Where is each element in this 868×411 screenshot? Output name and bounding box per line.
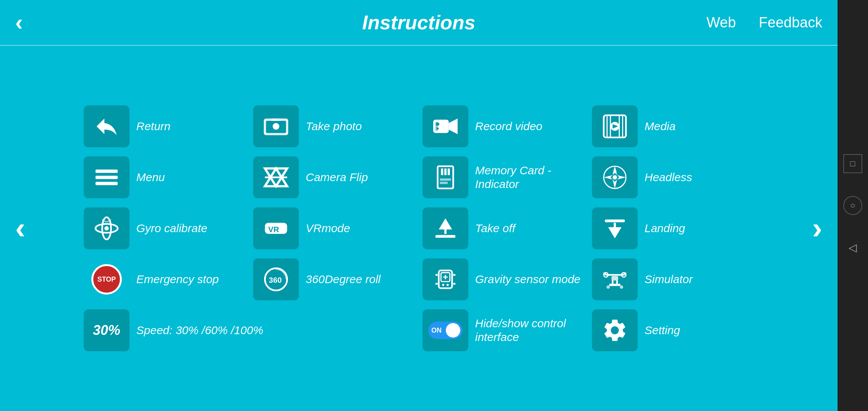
android-nav-buttons: □ ○ ◁ (838, 0, 868, 411)
list-item: Record video (423, 105, 584, 147)
svg-marker-29 (613, 180, 617, 188)
list-item: VR VRmode (253, 207, 415, 249)
svg-rect-22 (444, 169, 447, 175)
screen: ‹ Instructions Web Feedback ‹ Return (0, 0, 838, 411)
square-button[interactable]: □ (843, 154, 862, 173)
simulator-icon (602, 266, 628, 293)
media-icon-box (592, 105, 638, 147)
vr-label: VRmode (306, 221, 350, 235)
svg-point-50 (442, 284, 444, 286)
svg-rect-14 (96, 170, 118, 173)
takeoff-icon (432, 215, 459, 242)
svg-point-32 (613, 175, 617, 180)
menu-icon-box (84, 156, 129, 198)
svg-point-66 (620, 285, 623, 289)
gravity-icon (432, 266, 459, 293)
memory-card-icon (432, 164, 459, 191)
svg-point-2 (273, 123, 279, 130)
record-video-icon (432, 113, 459, 140)
list-item: Take off (423, 207, 584, 249)
list-item: Take photo (253, 105, 415, 147)
svg-rect-8 (436, 122, 438, 131)
list-item: Simulator (592, 258, 754, 300)
list-item: Gravity sensor mode (423, 258, 584, 300)
svg-rect-10 (607, 115, 611, 137)
vr-icon-box: VR (253, 207, 299, 249)
simulator-label: Simulator (645, 272, 693, 286)
360-icon-box: 360 (253, 258, 299, 300)
return-icon (93, 113, 120, 140)
camera-flip-icon (263, 164, 289, 191)
list-item: Memory Card - Indicator (423, 156, 584, 198)
headless-icon-box (592, 156, 638, 198)
toggle-knob (446, 323, 460, 338)
home-button[interactable]: ○ (843, 196, 862, 215)
return-label: Return (136, 119, 171, 133)
back-system-button[interactable]: ◁ (843, 238, 862, 257)
list-item: Camera Flip (253, 156, 415, 198)
camera-flip-icon-box (253, 156, 299, 198)
record-video-label: Record video (475, 119, 542, 133)
svg-marker-30 (604, 175, 613, 180)
stop-circle: STOP (91, 264, 122, 295)
prev-button[interactable]: ‹ (15, 211, 26, 246)
svg-rect-40 (436, 235, 456, 238)
vr-icon: VR (263, 215, 289, 242)
list-item: Media (592, 105, 754, 147)
svg-rect-42 (614, 223, 616, 227)
media-icon (602, 113, 628, 140)
back-button[interactable]: ‹ (15, 11, 23, 34)
list-item: 30% Speed: 30% /60% /100% (84, 309, 415, 351)
landing-label: Landing (645, 221, 685, 235)
360-label: 360Degree roll (306, 272, 381, 286)
stop-text: STOP (97, 276, 116, 284)
svg-point-35 (104, 226, 109, 231)
svg-rect-23 (448, 169, 450, 175)
setting-icon-box (592, 309, 638, 351)
speed-label: Speed: 30% /60% /100% (136, 323, 263, 337)
take-photo-label: Take photo (306, 119, 362, 133)
svg-rect-16 (96, 182, 118, 185)
page-title: Instructions (362, 11, 475, 34)
takeoff-label: Take off (475, 221, 515, 235)
svg-point-65 (606, 285, 610, 289)
list-item: STOP Emergency stop (84, 258, 246, 300)
svg-marker-5 (449, 119, 458, 134)
speed-percent: 30% (93, 322, 120, 338)
headless-icon (602, 164, 628, 191)
take-photo-icon-box (253, 105, 299, 147)
gyro-label: Gyro calibrate (136, 221, 207, 235)
gyro-icon (93, 215, 120, 242)
svg-rect-61 (611, 276, 618, 280)
list-item: Landing (592, 207, 754, 249)
menu-label: Menu (136, 170, 165, 184)
hide-show-label: Hide/show control interface (475, 317, 584, 344)
speed-icon-box: 30% (84, 309, 129, 351)
menu-icon (93, 164, 120, 191)
next-button[interactable]: › (812, 211, 822, 246)
landing-icon (602, 215, 628, 242)
svg-rect-21 (441, 169, 443, 175)
list-item: Gyro calibrate (84, 207, 246, 249)
main-content: ‹ Return Take photo (0, 46, 838, 411)
toggle-switch[interactable]: ON (428, 322, 463, 339)
svg-point-51 (447, 284, 449, 286)
list-item: Menu (84, 156, 246, 198)
toggle-on-text: ON (431, 327, 442, 335)
list-item: Setting (592, 309, 754, 351)
svg-rect-25 (440, 182, 447, 184)
gravity-icon-box (423, 258, 468, 300)
360-icon: 360 (263, 266, 289, 293)
web-link[interactable]: Web (707, 14, 736, 31)
list-item: 360 360Degree roll (253, 258, 415, 300)
list-item: Return (84, 105, 246, 147)
svg-rect-3 (271, 119, 280, 121)
device-frame: ‹ Instructions Web Feedback ‹ Return (0, 0, 868, 411)
svg-rect-24 (440, 178, 451, 181)
headless-label: Headless (645, 170, 692, 184)
memory-card-label: Memory Card - Indicator (475, 164, 584, 191)
header-right: Web Feedback (707, 14, 822, 31)
memory-card-icon-box (423, 156, 468, 198)
feedback-link[interactable]: Feedback (759, 14, 822, 31)
record-video-icon-box (423, 105, 468, 147)
